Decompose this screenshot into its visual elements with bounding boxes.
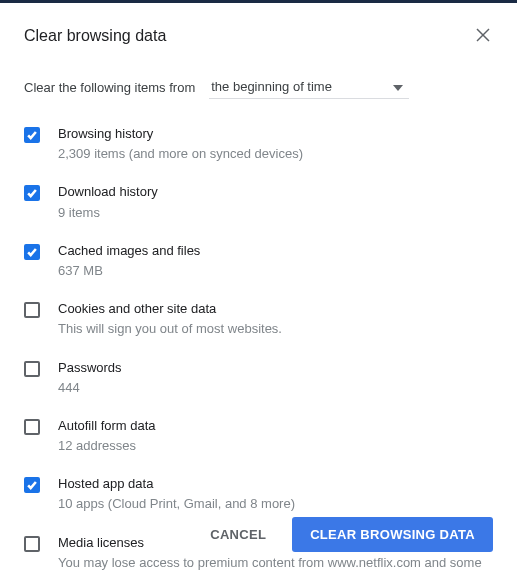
cancel-button[interactable]: Cancel xyxy=(192,517,284,552)
option-row: Autofill form data12 addresses xyxy=(24,417,493,455)
option-row: Browsing history2,309 items (and more on… xyxy=(24,125,493,163)
option-text: Hosted app data10 apps (Cloud Print, Gma… xyxy=(58,475,493,513)
option-label: Cached images and files xyxy=(58,242,493,260)
option-desc: You may lose access to premium content f… xyxy=(58,554,493,570)
option-desc: 444 xyxy=(58,379,493,397)
option-text: Download history9 items xyxy=(58,183,493,221)
option-desc: 637 MB xyxy=(58,262,493,280)
clear-browsing-data-button[interactable]: Clear browsing data xyxy=(292,517,493,552)
dialog-footer: Cancel Clear browsing data xyxy=(192,517,493,552)
svg-marker-2 xyxy=(393,85,403,91)
checkbox[interactable] xyxy=(24,477,40,493)
checkbox[interactable] xyxy=(24,185,40,201)
option-desc: 10 apps (Cloud Print, Gmail, and 8 more) xyxy=(58,495,493,513)
option-label: Passwords xyxy=(58,359,493,377)
option-label: Download history xyxy=(58,183,493,201)
clear-browsing-data-dialog: Clear browsing data Clear the following … xyxy=(0,0,517,570)
dialog-header: Clear browsing data xyxy=(24,27,493,47)
option-text: Passwords444 xyxy=(58,359,493,397)
option-text: Autofill form data12 addresses xyxy=(58,417,493,455)
option-desc: 9 items xyxy=(58,204,493,222)
chevron-down-icon xyxy=(393,79,403,94)
option-label: Browsing history xyxy=(58,125,493,143)
option-text: Cached images and files637 MB xyxy=(58,242,493,280)
option-row: Download history9 items xyxy=(24,183,493,221)
intro-label: Clear the following items from xyxy=(24,80,195,95)
checkbox[interactable] xyxy=(24,127,40,143)
option-label: Hosted app data xyxy=(58,475,493,493)
checkbox[interactable] xyxy=(24,302,40,318)
dropdown-selected: the beginning of time xyxy=(211,79,332,94)
close-icon xyxy=(476,28,490,46)
checkbox[interactable] xyxy=(24,536,40,552)
close-button[interactable] xyxy=(473,27,493,47)
option-desc: This will sign you out of most websites. xyxy=(58,320,493,338)
option-label: Autofill form data xyxy=(58,417,493,435)
dialog-title: Clear browsing data xyxy=(24,27,166,45)
option-desc: 12 addresses xyxy=(58,437,493,455)
time-range-dropdown[interactable]: the beginning of time xyxy=(209,75,409,99)
time-range-row: Clear the following items from the begin… xyxy=(24,75,493,99)
option-desc: 2,309 items (and more on synced devices) xyxy=(58,145,493,163)
option-row: Cookies and other site dataThis will sig… xyxy=(24,300,493,338)
options-list: Browsing history2,309 items (and more on… xyxy=(24,125,493,570)
checkbox[interactable] xyxy=(24,419,40,435)
option-label: Cookies and other site data xyxy=(58,300,493,318)
option-text: Cookies and other site dataThis will sig… xyxy=(58,300,493,338)
option-row: Hosted app data10 apps (Cloud Print, Gma… xyxy=(24,475,493,513)
option-row: Passwords444 xyxy=(24,359,493,397)
option-row: Cached images and files637 MB xyxy=(24,242,493,280)
checkbox[interactable] xyxy=(24,361,40,377)
checkbox[interactable] xyxy=(24,244,40,260)
option-text: Browsing history2,309 items (and more on… xyxy=(58,125,493,163)
